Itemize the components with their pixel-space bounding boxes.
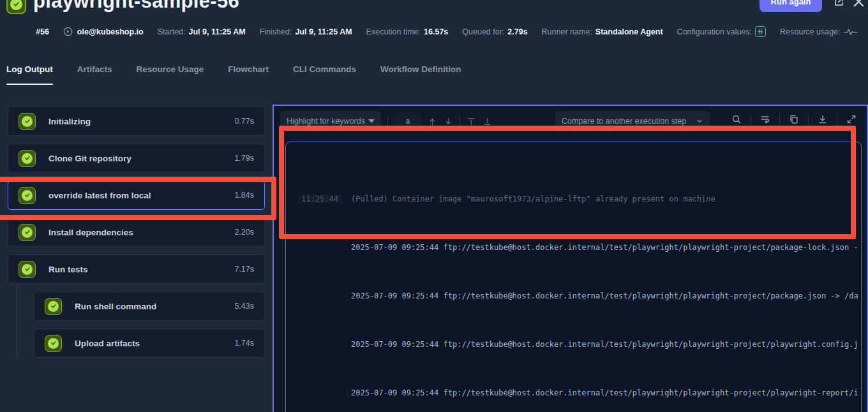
meta-pairs: Started:Jul 9, 11:25 AM Finished:Jul 9, … bbox=[158, 27, 663, 36]
step-duration: 1.84s bbox=[234, 191, 254, 200]
meta-label: Runner name: bbox=[542, 27, 592, 36]
log-line-text: 2025-07-09 09:25:44 ftp://testkube@host.… bbox=[342, 242, 858, 254]
meta-pair: Execution time:16.57s bbox=[366, 27, 449, 36]
log-content-box[interactable]: 11:25:44 (Pulled) Container image "mauro… bbox=[285, 142, 862, 412]
log-line: 2025-07-09 09:25:44 ftp://testkube@host.… bbox=[286, 290, 861, 302]
workflow-steps-list: Initializing 0.77s Clone Git repository … bbox=[8, 107, 265, 358]
toolbar-divider bbox=[460, 115, 460, 127]
log-line-text: 2025-07-09 09:25:44 ftp://testkube@host.… bbox=[342, 290, 858, 302]
next-match-icon[interactable] bbox=[444, 117, 453, 126]
chevron-down-icon bbox=[696, 117, 703, 125]
meta-label: Finished: bbox=[260, 27, 292, 36]
scroll-to-bottom-icon[interactable] bbox=[483, 117, 492, 126]
meta-value: 2.79s bbox=[507, 27, 527, 36]
meta-pair: Finished:Jul 9, 11:25 AM bbox=[260, 27, 352, 36]
tab[interactable]: CLI Commands bbox=[293, 64, 356, 85]
detail-tabs: Log Output Artifacts Resource Usage Flow… bbox=[6, 64, 461, 85]
meta-label: Execution time: bbox=[366, 27, 421, 36]
step-label: Upload artifacts bbox=[75, 339, 221, 348]
log-line-timestamp bbox=[286, 387, 342, 399]
log-line-timestamp bbox=[286, 339, 342, 351]
workflow-step-row[interactable]: override latest from local 1.84s bbox=[8, 180, 265, 210]
match-count-badge[interactable]: a bbox=[394, 113, 421, 129]
execution-meta-row: #56 ole@kubeshop.io Started:Jul 9, 11:25… bbox=[36, 26, 858, 37]
chevron-down-icon bbox=[368, 119, 375, 123]
execution-status-check-icon bbox=[6, 0, 26, 14]
tab[interactable]: Artifacts bbox=[77, 64, 112, 85]
step-label: Clone Git repository bbox=[49, 154, 221, 163]
highlight-keywords-select[interactable]: Highlight for keywords bbox=[280, 111, 381, 131]
step-label: override latest from local bbox=[49, 191, 221, 200]
play-circle-icon bbox=[63, 27, 73, 36]
step-passed-check-icon bbox=[19, 187, 36, 204]
meta-label: Queued for: bbox=[462, 27, 504, 36]
tab[interactable]: Workflow Definition bbox=[380, 64, 461, 85]
sliders-icon[interactable] bbox=[755, 26, 766, 37]
log-toolbar-left: Highlight for keywords a bbox=[280, 111, 492, 131]
log-line: 11:25:44 (Pulled) Container image "mauro… bbox=[286, 193, 861, 205]
workflow-step-row[interactable]: Run shell command 5.43s bbox=[34, 291, 265, 321]
waveform-icon[interactable] bbox=[844, 27, 858, 36]
log-line-text: 2025-07-09 09:25:44 ftp://testkube@host.… bbox=[342, 387, 858, 399]
step-label: Install dependencies bbox=[49, 228, 221, 237]
step-label: Run tests bbox=[49, 265, 221, 274]
step-passed-check-icon bbox=[19, 113, 36, 130]
workflow-step-row[interactable]: Install dependencies 2.20s bbox=[8, 217, 265, 247]
log-toolbar-actions bbox=[731, 114, 857, 125]
configuration-values: Configuration values: bbox=[677, 26, 766, 37]
compare-execution-select[interactable]: Compare to another execution step bbox=[555, 111, 710, 131]
step-label: Run shell command bbox=[75, 302, 221, 311]
resource-usage: Resource usage: bbox=[780, 27, 858, 36]
log-lines: 11:25:44 (Pulled) Container image "mauro… bbox=[286, 145, 861, 412]
tab[interactable]: Resource Usage bbox=[137, 64, 204, 85]
close-icon[interactable] bbox=[852, 0, 865, 8]
search-icon[interactable] bbox=[731, 114, 742, 124]
log-line: 2025-07-09 09:25:44 ftp://testkube@host.… bbox=[286, 242, 861, 254]
configuration-values-label: Configuration values: bbox=[677, 27, 752, 36]
resource-usage-label: Resource usage: bbox=[780, 27, 841, 36]
step-passed-check-icon bbox=[19, 224, 36, 241]
meta-value: Jul 9, 11:25 AM bbox=[189, 27, 246, 36]
workflow-step-row[interactable]: Initializing 0.77s bbox=[8, 107, 265, 136]
download-icon[interactable] bbox=[818, 114, 828, 124]
fullscreen-icon[interactable] bbox=[846, 114, 857, 124]
triggered-by: ole@kubeshop.io bbox=[63, 27, 144, 36]
step-duration: 1.74s bbox=[234, 339, 254, 348]
step-label: Initializing bbox=[49, 117, 221, 126]
log-line: 2025-07-09 09:25:44 ftp://testkube@host.… bbox=[286, 339, 861, 351]
workflow-step-row[interactable]: Clone Git repository 1.79s bbox=[8, 143, 265, 173]
workflow-step-row[interactable]: Upload artifacts 1.74s bbox=[34, 328, 265, 358]
meta-pair: Runner name:Standalone Agent bbox=[542, 27, 663, 36]
workflow-step-row[interactable]: Run tests 7.17s bbox=[8, 254, 265, 284]
previous-match-icon[interactable] bbox=[428, 117, 437, 126]
step-duration: 0.77s bbox=[234, 117, 254, 126]
log-line-timestamp: 11:25:44 bbox=[286, 193, 342, 205]
external-link-icon[interactable] bbox=[834, 0, 844, 7]
scroll-to-top-icon[interactable] bbox=[467, 117, 476, 126]
run-again-button[interactable]: Run again bbox=[760, 0, 822, 12]
log-line-text: 2025-07-09 09:25:44 ftp://testkube@host.… bbox=[342, 339, 858, 351]
toolbar-divider bbox=[387, 115, 388, 127]
meta-label: Started: bbox=[158, 27, 186, 36]
word-wrap-icon[interactable] bbox=[760, 114, 770, 124]
log-output-panel: Highlight for keywords a Compare to anot… bbox=[273, 105, 868, 412]
toolbar-divider bbox=[808, 114, 809, 125]
step-passed-check-icon bbox=[45, 335, 62, 352]
triggered-by-user: ole@kubeshop.io bbox=[77, 27, 144, 36]
step-passed-check-icon bbox=[19, 261, 36, 278]
tab[interactable]: Flowchart bbox=[228, 64, 269, 85]
execution-details-page: { "header": { "title": "playwright-sampl… bbox=[0, 0, 868, 412]
step-duration: 7.17s bbox=[234, 265, 254, 274]
copy-icon[interactable] bbox=[789, 114, 799, 124]
tab[interactable]: Log Output bbox=[6, 64, 53, 85]
meta-pair: Queued for:2.79s bbox=[462, 27, 527, 36]
step-passed-check-icon bbox=[19, 150, 36, 167]
log-line-timestamp bbox=[286, 242, 342, 254]
log-line-text: (Pulled) Container image "maurosoft1973/… bbox=[342, 193, 715, 205]
step-passed-check-icon bbox=[45, 298, 62, 315]
log-line: 2025-07-09 09:25:44 ftp://testkube@host.… bbox=[286, 387, 861, 399]
highlight-keywords-placeholder: Highlight for keywords bbox=[287, 117, 365, 126]
compare-execution-placeholder: Compare to another execution step bbox=[562, 117, 686, 126]
page-title: playwright-sample-56 bbox=[33, 0, 239, 13]
meta-value: Jul 9, 11:25 AM bbox=[295, 27, 352, 36]
